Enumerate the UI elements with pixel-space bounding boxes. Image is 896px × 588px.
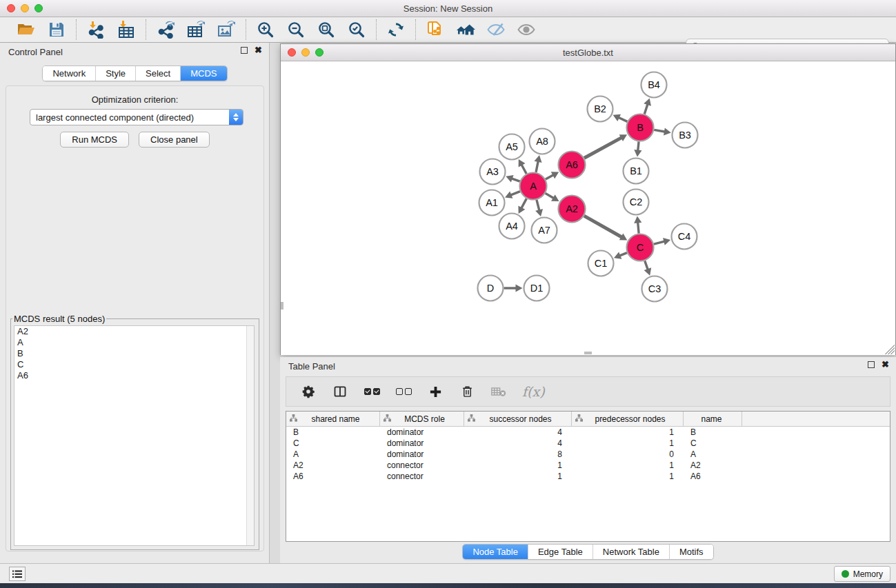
cell-shared_name[interactable]: A (286, 449, 380, 460)
graph-edge-A-A8[interactable] (536, 161, 538, 172)
export-table-icon[interactable] (186, 20, 206, 39)
graph-node-C4[interactable]: C4 (672, 224, 697, 250)
graph-edge-A-A3[interactable] (511, 179, 520, 182)
cell-successor_nodes[interactable]: 4 (464, 427, 572, 438)
mcds-result-item[interactable]: A (14, 337, 254, 348)
graph-node-B4[interactable]: B4 (641, 72, 667, 98)
export-network-icon[interactable] (156, 20, 175, 39)
select-all-checkboxes-icon[interactable] (364, 383, 380, 400)
graph-edge-A-A6[interactable] (546, 174, 554, 179)
tab-select[interactable]: Select (135, 66, 180, 81)
graph-node-A[interactable]: A (520, 173, 547, 200)
tab-mcds[interactable]: MCDS (180, 66, 226, 81)
cell-predecessor_nodes[interactable]: 1 (572, 427, 684, 438)
network-zoom-button[interactable] (315, 48, 323, 57)
import-table-icon[interactable] (117, 20, 136, 39)
float-table-panel-icon[interactable] (868, 361, 875, 368)
graph-node-D[interactable]: D (478, 276, 504, 301)
tab-style[interactable]: Style (95, 66, 135, 81)
graph-node-C[interactable]: C (627, 234, 654, 261)
graph-edge-A-A4[interactable] (521, 199, 526, 209)
cell-shared_name[interactable]: A6 (286, 471, 380, 482)
zoom-in-icon[interactable] (256, 20, 275, 39)
graph-node-A7[interactable]: A7 (532, 218, 557, 243)
graph-node-A2[interactable]: A2 (559, 196, 586, 223)
graph-node-A8[interactable]: A8 (530, 129, 555, 154)
vertical-scrollbar-thumb[interactable] (281, 302, 283, 310)
network-minimize-button[interactable] (301, 48, 310, 57)
cell-successor_nodes[interactable]: 8 (464, 449, 572, 460)
table-row-B[interactable]: Bdominator41B (286, 427, 890, 438)
graph-node-C1[interactable]: C1 (588, 251, 614, 276)
show-columns-icon[interactable] (332, 383, 348, 400)
zoom-window-button[interactable] (34, 4, 43, 12)
save-session-icon[interactable] (47, 20, 66, 39)
cell-mcds_role[interactable]: connector (380, 460, 464, 471)
table-row-A2[interactable]: A2connector11A2 (286, 460, 890, 471)
import-network-icon[interactable] (86, 20, 106, 39)
close-table-panel-icon[interactable]: ✖ (882, 361, 889, 368)
mcds-result-item[interactable]: B (14, 348, 254, 359)
delete-column-icon[interactable] (459, 383, 475, 400)
network-canvas[interactable]: AA1A2A3A4A5A6A7A8BB1B2B3B4CC1C2C3C4DD1 (281, 61, 895, 355)
close-window-button[interactable] (7, 4, 15, 12)
graph-edge-B-B4[interactable] (644, 103, 648, 114)
cell-shared_name[interactable]: A2 (286, 460, 380, 471)
graph-edge-A2-C[interactable] (584, 216, 622, 237)
graph-node-B2[interactable]: B2 (588, 97, 613, 122)
cell-name[interactable]: A (684, 449, 742, 460)
cell-name[interactable]: B (684, 427, 742, 438)
refresh-icon[interactable] (386, 20, 406, 39)
zoom-out-icon[interactable] (286, 20, 306, 39)
tab-motifs[interactable]: Motifs (669, 545, 713, 559)
settings-icon[interactable] (300, 383, 317, 400)
graph-node-B3[interactable]: B3 (673, 123, 698, 148)
window-resize-grip[interactable] (885, 345, 895, 354)
open-session-icon[interactable] (17, 20, 36, 39)
column-header-shared-name[interactable]: shared name (286, 412, 380, 426)
graph-node-C3[interactable]: C3 (642, 276, 668, 302)
add-column-icon[interactable] (427, 383, 444, 400)
graph-node-A1[interactable]: A1 (479, 190, 505, 216)
minimize-window-button[interactable] (21, 4, 29, 12)
cell-predecessor_nodes[interactable]: 1 (572, 471, 684, 482)
float-panel-icon[interactable] (241, 47, 248, 54)
network-close-button[interactable] (288, 48, 296, 57)
zoom-fit-icon[interactable] (317, 20, 336, 39)
cell-mcds_role[interactable]: dominator (380, 449, 464, 460)
graph-node-A3[interactable]: A3 (480, 159, 506, 185)
show-all-icon[interactable] (517, 20, 536, 39)
new-network-from-selection-icon[interactable] (426, 20, 445, 39)
tab-node-table[interactable]: Node Table (463, 545, 528, 559)
graph-node-B1[interactable]: B1 (624, 159, 649, 184)
delete-table-icon[interactable] (490, 383, 507, 400)
table-row-A[interactable]: Adominator80A (286, 449, 890, 460)
cell-name[interactable]: A2 (684, 460, 742, 471)
home-icon[interactable] (456, 20, 475, 39)
graph-node-A4[interactable]: A4 (499, 214, 525, 239)
graph-edge-C-C4[interactable] (654, 241, 665, 244)
table-row-A6[interactable]: A6connector11A6 (286, 471, 890, 482)
function-builder-icon[interactable]: f(x) (522, 383, 545, 400)
graph-edge-B-B2[interactable] (618, 117, 628, 121)
graph-edge-A-A5[interactable] (521, 164, 527, 174)
run-mcds-button[interactable]: Run MCDS (60, 132, 129, 148)
horizontal-scrollbar-thumb[interactable] (584, 352, 592, 354)
tab-network-table[interactable]: Network Table (593, 545, 669, 559)
cell-shared_name[interactable]: B (286, 427, 380, 438)
hidden-panels-button[interactable] (9, 567, 26, 581)
memory-button[interactable]: Memory (834, 566, 890, 582)
graph-node-B[interactable]: B (627, 114, 654, 141)
column-header-MCDS-role[interactable]: MCDS role (380, 412, 464, 426)
cell-mcds_role[interactable]: dominator (380, 438, 464, 449)
column-header-predecessor-nodes[interactable]: predecessor nodes (572, 412, 684, 426)
graph-edge-A6-B[interactable] (584, 137, 622, 158)
criterion-select[interactable]: largest connected component (directed) (30, 109, 243, 125)
mcds-result-item[interactable]: A6 (14, 370, 254, 381)
zoom-selected-icon[interactable] (347, 20, 366, 39)
cell-predecessor_nodes[interactable]: 1 (572, 438, 684, 449)
mcds-result-item[interactable]: C (14, 359, 254, 370)
cell-successor_nodes[interactable]: 4 (464, 438, 572, 449)
table-row-C[interactable]: Cdominator41C (286, 438, 890, 449)
graph-edge-C-C3[interactable] (645, 261, 648, 270)
